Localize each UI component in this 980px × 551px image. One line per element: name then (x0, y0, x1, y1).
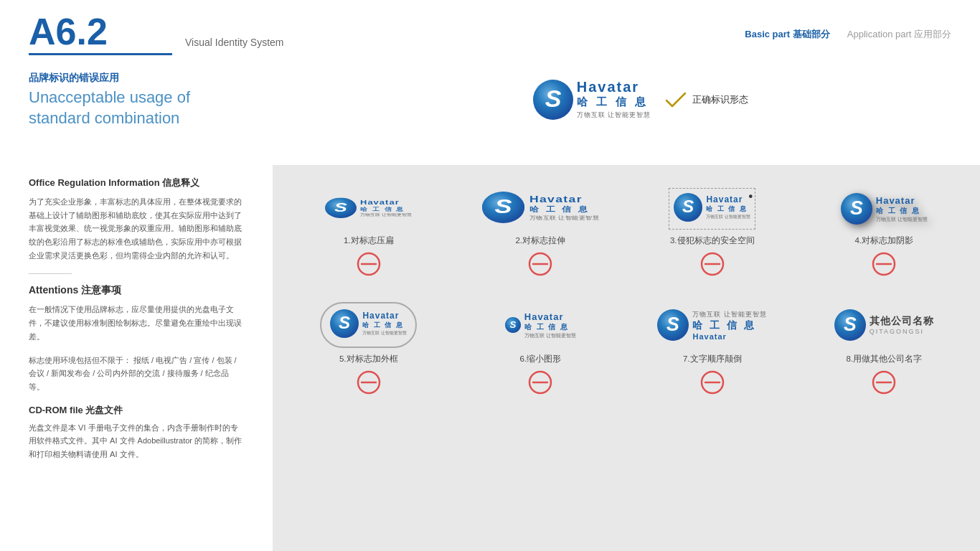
correct-label: 正确标识形态 (692, 93, 748, 106)
page-header: A6.2 Visual Identity System Basic part 基… (0, 0, 980, 63)
cdrom-title: CD-ROM file 光盘文件 (29, 404, 244, 417)
wrong-icon-4 (872, 252, 896, 276)
logo-tagline: 万物互联 让智能更智慧 (577, 110, 651, 120)
cell-1-wrong (357, 252, 381, 276)
cell-squish: S Havatar 哈 工 信 息 万物互联 让智能更智慧 1.对标志压扁 (287, 178, 451, 283)
cell-8-wrong (872, 370, 896, 395)
attentions-body-2: 标志使用环境包括但不限于： 报纸 / 电视广告 / 宣传 / 包装 / 会议 /… (29, 354, 244, 394)
cell-4-wrong (872, 252, 896, 276)
nav-application[interactable]: Application part 应用部分 (847, 28, 951, 41)
svg-text:S: S (850, 197, 863, 219)
small-logo: S Havatar 哈 工 信 息 万物互联 让智能更智慧 (505, 311, 576, 339)
svg-text:S: S (545, 85, 561, 112)
cell-safety: S Havatar 哈 工 信 息 万物互联 让智能更智慧 • (631, 178, 794, 283)
header-left: A6.2 Visual Identity System (29, 13, 283, 55)
cell-8-label: 8.用做其他公司名字 (846, 354, 922, 364)
page-number: A6.2 (29, 11, 108, 52)
stretch-icon: S (482, 192, 524, 223)
attentions-title: Attentions 注意事项 (29, 284, 244, 297)
cell-safety-logo: S Havatar 哈 工 信 息 万物互联 让智能更智慧 • (669, 188, 755, 230)
logo-row-2: S Havatar 哈 工 信 息 万物互联 让智能更智慧 5.对标志加外框 (287, 292, 966, 402)
reversed-text: 万物互联 让智能更智慧 哈 工 信 息 Havatar (692, 310, 767, 341)
cell-shadow-logo: S Havatar 哈 工 信 息 万物互联 让智能更智慧 (841, 188, 928, 230)
logo-row-1: S Havatar 哈 工 信 息 万物互联 让智能更智慧 1.对标志压扁 (287, 178, 966, 283)
intro-text: 品牌标识的错误应用 Unacceptable usage of standard… (29, 72, 301, 143)
logo-brand: Havatar (577, 79, 651, 95)
other-logo: S 其他公司名称 QITAGONGSI (834, 309, 934, 341)
cell-7-label: 7.文字顺序颠倒 (683, 354, 742, 364)
wrong-icon-8 (872, 370, 896, 395)
cell-7-wrong (700, 370, 725, 395)
header-nav: Basic part 基础部分 Application part 应用部分 (745, 28, 951, 41)
svg-text:S: S (339, 313, 350, 332)
cell-small-logo: S Havatar 哈 工 信 息 万物互联 让智能更智慧 (505, 302, 576, 348)
cell-3-label: 3.侵犯标志的安全空间 (670, 235, 755, 246)
safety-icon: S (674, 193, 702, 222)
office-reg-title: Office Regulation Information 信息释义 (29, 176, 244, 189)
divider-1 (29, 273, 72, 274)
cell-stretch-logo: S Havatar 哈 工 信 息 万物互联 让智能更智慧 (497, 188, 584, 230)
svg-text:S: S (844, 314, 857, 335)
wrong-icon-7 (700, 370, 725, 395)
cell-reversed: S 万物互联 让智能更智慧 哈 工 信 息 Havatar 7.文字顺序颠倒 (631, 292, 794, 402)
attentions-body-1: 在一般情况下使用品牌标志，应尽量使用提供的光盘电子文件，不建议使用标准制图绘制标… (29, 303, 244, 343)
squished-logo: S Havatar 哈 工 信 息 万物互联 让智能更智慧 (325, 197, 412, 220)
wrong-icon-1 (357, 252, 381, 276)
squish-icon: S (325, 197, 357, 218)
svg-text:S: S (334, 200, 347, 214)
cell-6-label: 6.缩小图形 (519, 354, 561, 364)
stretched-logo: S Havatar 哈 工 信 息 万物互联 让智能更智慧 (482, 192, 599, 226)
page-subtitle: Visual Identity System (185, 37, 283, 55)
svg-text:S: S (509, 319, 516, 330)
cell-2-wrong (528, 252, 552, 276)
cell-5-wrong (357, 370, 381, 395)
correct-logo: S Havatar 哈 工 信 息 万物互联 让智能更智慧 (533, 79, 651, 120)
small-icon: S (505, 317, 521, 333)
cdrom-body: 光盘文件是本 VI 手册电子文件的集合，内含手册制作时的专用软件格式文件。其中 … (29, 421, 244, 461)
section-title-zh: 品牌标识的错误应用 (29, 72, 301, 85)
logo-icon-svg: S (533, 80, 573, 120)
wrong-icon-3 (700, 252, 725, 276)
other-icon: S (834, 309, 866, 341)
bottom-section: Office Regulation Information 信息释义 为了充实企… (0, 165, 980, 551)
cell-other: S 其他公司名称 QITAGONGSI 8.用做其他公司名字 (803, 292, 966, 402)
cell-shadow: S Havatar 哈 工 信 息 万物互联 让智能更智慧 4.对标志加阴影 (803, 178, 966, 283)
logo-text: Havatar 哈 工 信 息 万物互联 让智能更智慧 (577, 79, 651, 120)
correct-logo-area: S Havatar 哈 工 信 息 万物互联 让智能更智慧 正确标识形态 (330, 72, 951, 120)
cell-3-wrong (700, 252, 725, 276)
reversed-icon: S (657, 309, 689, 341)
svg-text:S: S (667, 314, 680, 335)
other-text: 其他公司名称 QITAGONGSI (870, 315, 934, 335)
cell-1-label: 1.对标志压扁 (344, 235, 394, 246)
page-top-section: 品牌标识的错误应用 Unacceptable usage of standard… (0, 57, 980, 165)
cell-stretch: S Havatar 哈 工 信 息 万物互联 让智能更智慧 2.对标志拉伸 (459, 178, 623, 283)
reversed-logo: S 万物互联 让智能更智慧 哈 工 信 息 Havatar (657, 309, 767, 341)
logo-chinese: 哈 工 信 息 (577, 95, 651, 109)
cell-4-label: 4.对标志加阴影 (854, 235, 913, 246)
cell-squish-logo: S Havatar 哈 工 信 息 万物互联 让智能更智慧 (325, 188, 412, 230)
wrong-icon-6 (528, 370, 552, 395)
outline-wrapper: S Havatar 哈 工 信 息 万物互联 让智能更智慧 (320, 302, 417, 348)
left-info-panel: Office Regulation Information 信息释义 为了充实企… (0, 165, 273, 551)
correct-indicator: 正确标识形态 (665, 92, 748, 108)
svg-text:S: S (494, 195, 512, 217)
cell-outline: S Havatar 哈 工 信 息 万物互联 让智能更智慧 5.对标志加外框 (287, 292, 451, 402)
wrong-icon-2 (528, 252, 552, 276)
cell-other-logo: S 其他公司名称 QITAGONGSI (834, 302, 934, 348)
checkmark-icon (665, 92, 687, 108)
logo-grid-panel: S Havatar 哈 工 信 息 万物互联 让智能更智慧 1.对标志压扁 (273, 165, 980, 551)
safety-border: S Havatar 哈 工 信 息 万物互联 让智能更智慧 • (669, 188, 755, 230)
dot-element: • (748, 190, 753, 203)
cell-small: S Havatar 哈 工 信 息 万物互联 让智能更智慧 6.缩小图形 (459, 292, 623, 402)
cell-reversed-logo: S 万物互联 让智能更智慧 哈 工 信 息 Havatar (657, 302, 767, 348)
section-title-en: Unacceptable usage of standard combinati… (29, 88, 301, 128)
shadow-icon: S (841, 193, 872, 225)
office-reg-body: 为了充实企业形象，丰富标志的具体应用，在整体视觉要求的基础上设计了辅助图形和辅助… (29, 195, 244, 262)
svg-text:S: S (682, 197, 694, 216)
shadow-logo: S Havatar 哈 工 信 息 万物互联 让智能更智慧 (841, 193, 928, 225)
outline-icon: S (330, 309, 359, 338)
safety-logo-wrapper: S Havatar 哈 工 信 息 万物互联 让智能更智慧 • (669, 188, 755, 230)
nav-basic[interactable]: Basic part 基础部分 (745, 28, 829, 41)
cell-outline-logo: S Havatar 哈 工 信 息 万物互联 让智能更智慧 (320, 302, 417, 348)
cell-2-label: 2.对标志拉伸 (515, 235, 565, 246)
